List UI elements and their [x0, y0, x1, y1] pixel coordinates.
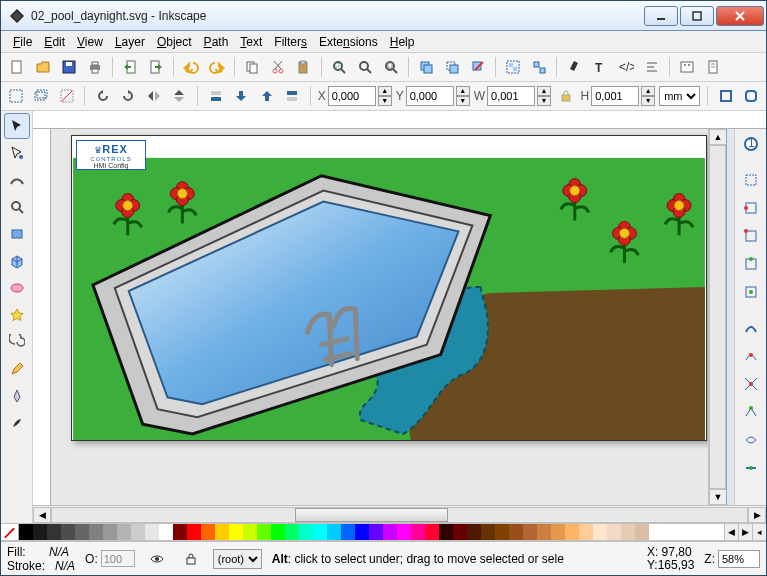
paste-button[interactable] [292, 55, 316, 79]
align-button[interactable] [640, 55, 664, 79]
color-swatch[interactable] [481, 524, 495, 540]
color-swatch[interactable] [285, 524, 299, 540]
unit-select[interactable]: mm [659, 86, 700, 106]
color-swatch[interactable] [271, 524, 285, 540]
spin-down[interactable]: ▼ [378, 96, 392, 106]
select-all-button[interactable] [5, 84, 26, 108]
color-swatch[interactable] [593, 524, 607, 540]
menu-object[interactable]: Object [151, 33, 198, 51]
color-swatch[interactable] [201, 524, 215, 540]
tool-pencil[interactable] [4, 356, 30, 382]
color-swatch[interactable] [299, 524, 313, 540]
dock-handle[interactable] [726, 129, 734, 505]
menu-path[interactable]: Path [198, 33, 235, 51]
deselect-button[interactable] [56, 84, 77, 108]
opacity-input[interactable] [101, 550, 135, 567]
color-swatch[interactable] [495, 524, 509, 540]
rotate-ccw-button[interactable] [92, 84, 113, 108]
group-button[interactable] [501, 55, 525, 79]
tool-selector[interactable] [4, 113, 30, 139]
export-button[interactable] [144, 55, 168, 79]
menu-file[interactable]: FFileile [7, 33, 38, 51]
color-swatch[interactable] [215, 524, 229, 540]
color-swatch[interactable] [383, 524, 397, 540]
no-fill-swatch[interactable] [1, 524, 19, 540]
rex-widget[interactable]: ♛REX CONTROLS HMI Config [76, 140, 146, 170]
tool-calligraphy[interactable] [4, 410, 30, 436]
fill-stroke-button[interactable] [562, 55, 586, 79]
color-swatch[interactable] [509, 524, 523, 540]
color-swatch[interactable] [635, 524, 649, 540]
raise-button[interactable] [256, 84, 277, 108]
tool-star[interactable] [4, 302, 30, 328]
color-swatch[interactable] [159, 524, 173, 540]
zoom-selection-button[interactable] [327, 55, 351, 79]
menu-edit[interactable]: Edit [38, 33, 71, 51]
snap-bbox-corner-button[interactable] [738, 223, 764, 249]
scrollbar-horizontal[interactable]: ◀▶ [33, 505, 766, 523]
color-swatch[interactable] [229, 524, 243, 540]
color-swatch[interactable] [19, 524, 33, 540]
tool-3dbox[interactable] [4, 248, 30, 274]
color-swatch[interactable] [103, 524, 117, 540]
snap-bbox-midpoint-button[interactable] [738, 251, 764, 277]
ungroup-button[interactable] [527, 55, 551, 79]
color-swatch[interactable] [607, 524, 621, 540]
lower-bottom-button[interactable] [205, 84, 226, 108]
color-swatch[interactable] [257, 524, 271, 540]
snap-midpoint-button[interactable] [738, 455, 764, 481]
color-swatch[interactable] [173, 524, 187, 540]
color-swatch[interactable] [313, 524, 327, 540]
fillstroke-indicator[interactable]: Fill: N/A Stroke: N/A [7, 545, 75, 573]
color-swatch[interactable] [187, 524, 201, 540]
snap-cusp-button[interactable] [738, 399, 764, 425]
undo-button[interactable] [179, 55, 203, 79]
copy-button[interactable] [240, 55, 264, 79]
save-button[interactable] [57, 55, 81, 79]
snap-intersection-button[interactable] [738, 371, 764, 397]
color-swatch[interactable] [467, 524, 481, 540]
snap-smooth-button[interactable] [738, 427, 764, 453]
menu-layer[interactable]: Layer [109, 33, 151, 51]
layer-visibility-toggle[interactable] [145, 547, 169, 571]
affect-corners-button[interactable] [740, 84, 761, 108]
new-doc-button[interactable] [5, 55, 29, 79]
coord-h-input[interactable] [591, 86, 639, 106]
palette-scroll-left[interactable]: ◀ [724, 524, 738, 540]
unlink-clone-button[interactable] [466, 55, 490, 79]
lock-aspect-button[interactable] [555, 84, 576, 108]
color-swatch[interactable] [523, 524, 537, 540]
layer-lock-toggle[interactable] [179, 547, 203, 571]
menu-view[interactable]: View [71, 33, 109, 51]
prefs-button[interactable] [675, 55, 699, 79]
layer-selector[interactable]: (root) [213, 549, 262, 569]
color-swatch[interactable] [75, 524, 89, 540]
snap-nodes-button[interactable] [738, 315, 764, 341]
zoom-drawing-button[interactable] [353, 55, 377, 79]
color-swatch[interactable] [131, 524, 145, 540]
color-swatch[interactable] [341, 524, 355, 540]
coord-x-input[interactable] [328, 86, 376, 106]
cut-button[interactable] [266, 55, 290, 79]
palette-scroll-right[interactable]: ▶ [738, 524, 752, 540]
color-swatch[interactable] [145, 524, 159, 540]
color-swatch[interactable] [411, 524, 425, 540]
color-swatch[interactable] [355, 524, 369, 540]
color-swatch[interactable] [369, 524, 383, 540]
minimize-button[interactable] [644, 6, 678, 26]
coord-y-input[interactable] [406, 86, 454, 106]
color-swatch[interactable] [621, 524, 635, 540]
menu-extensions[interactable]: Extensions [313, 33, 384, 51]
zoom-page-button[interactable] [379, 55, 403, 79]
color-swatch[interactable] [397, 524, 411, 540]
close-button[interactable] [716, 6, 764, 26]
tool-node[interactable] [4, 140, 30, 166]
tool-rect[interactable] [4, 221, 30, 247]
flip-v-button[interactable] [169, 84, 190, 108]
redo-button[interactable] [205, 55, 229, 79]
lower-button[interactable] [230, 84, 251, 108]
print-button[interactable] [83, 55, 107, 79]
color-swatch[interactable] [327, 524, 341, 540]
scrollbar-vertical[interactable]: ▲▼ [708, 129, 726, 505]
color-swatch[interactable] [243, 524, 257, 540]
